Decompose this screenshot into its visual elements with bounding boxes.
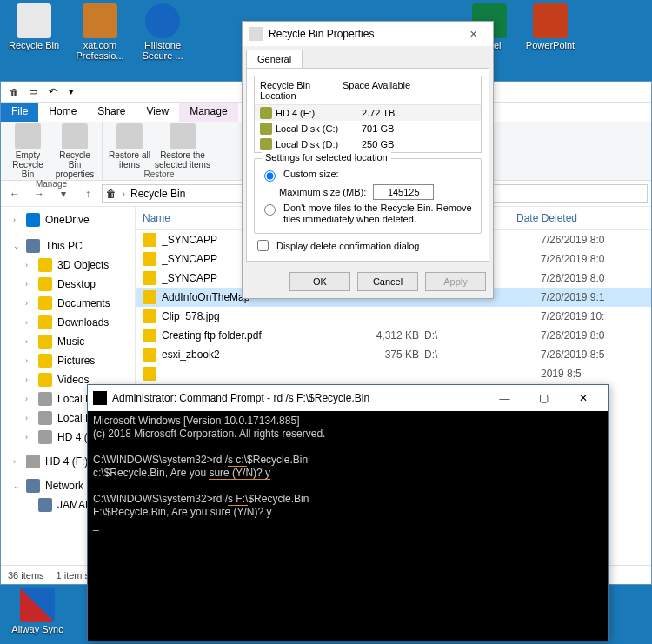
- nav-documents[interactable]: ›Documents: [13, 294, 135, 313]
- settings-legend: Settings for selected location: [262, 152, 391, 163]
- close-button[interactable]: ✕: [563, 392, 602, 405]
- pc-icon: [26, 239, 40, 253]
- cmd-title: Administrator: Command Prompt - rd /s F:…: [112, 392, 485, 404]
- props-icon: [62, 123, 88, 149]
- cmd-titlebar[interactable]: Administrator: Command Prompt - rd /s F:…: [88, 385, 608, 411]
- file-icon: [143, 290, 156, 304]
- file-icon: [143, 252, 156, 266]
- desktop-icon-powerpoint[interactable]: PowerPoint: [520, 3, 581, 50]
- dialog-title: Recycle Bin Properties: [269, 28, 460, 40]
- tab-manage[interactable]: Manage: [179, 103, 237, 122]
- table-row[interactable]: 2019 8:5: [136, 364, 651, 383]
- nav-downloads[interactable]: ›Downloads: [13, 313, 135, 332]
- drive-row[interactable]: Local Disk (C:)701 GB: [255, 121, 481, 136]
- nav-music[interactable]: ›Music: [13, 332, 135, 351]
- app-icon: 🗑: [6, 84, 22, 100]
- history-dropdown[interactable]: ▾: [53, 183, 74, 204]
- file-icon: [143, 367, 156, 381]
- settings-group: Settings for selected location Custom si…: [254, 158, 482, 234]
- drive-icon: [260, 107, 272, 119]
- max-size-input[interactable]: [373, 184, 434, 200]
- status-items: 36 items: [8, 570, 44, 581]
- nav-3dobjects[interactable]: ›3D Objects: [13, 256, 135, 275]
- bin-props-button[interactable]: Recycle Bin properties: [53, 123, 96, 179]
- nav-onedrive[interactable]: ›OneDrive: [1, 210, 135, 229]
- nav-desktop[interactable]: ›Desktop: [13, 275, 135, 294]
- crumb-text: Recycle Bin: [130, 188, 185, 200]
- restore-all-icon: [116, 123, 143, 149]
- apply-button[interactable]: Apply: [425, 272, 486, 291]
- cancel-button[interactable]: Cancel: [357, 272, 418, 291]
- allway-icon: [20, 588, 55, 622]
- tab-share[interactable]: Share: [87, 103, 136, 122]
- minimize-button[interactable]: —: [485, 392, 524, 405]
- dont-move-radio[interactable]: Don't move files to the Recycle Bin. Rem…: [260, 202, 476, 225]
- desktop-icon-allway-sync[interactable]: Allway Sync: [7, 588, 68, 634]
- bin-icon: 🗑: [106, 188, 116, 200]
- file-icon: [143, 329, 156, 342]
- qat-dropdown-icon[interactable]: ▾: [63, 84, 79, 100]
- custom-size-radio[interactable]: Custom size:: [260, 169, 476, 182]
- back-button[interactable]: ←: [4, 183, 25, 204]
- drive-row[interactable]: Local Disk (D:)250 GB: [255, 136, 481, 152]
- bin-icon: [249, 27, 263, 41]
- tab-view[interactable]: View: [136, 103, 179, 122]
- nav-pictures[interactable]: ›Pictures: [13, 351, 135, 370]
- desktop-icon-hillstone[interactable]: Hillstone Secure ...: [132, 3, 193, 61]
- icon-label: Hillstone Secure ...: [142, 40, 183, 61]
- radio-input[interactable]: [264, 204, 276, 216]
- col-location[interactable]: Recycle Bin Location: [255, 76, 337, 104]
- table-row[interactable]: Clip_578.jpg7/26/2019 10:: [136, 307, 651, 326]
- maximize-button[interactable]: ▢: [524, 392, 563, 405]
- col-date[interactable]: Date Deleted: [509, 207, 651, 229]
- tab-general[interactable]: General: [246, 50, 303, 68]
- file-icon: [143, 309, 156, 323]
- tab-file[interactable]: File: [1, 103, 38, 122]
- drive-icon: [38, 430, 52, 444]
- icon-label: PowerPoint: [526, 40, 575, 50]
- radio-input[interactable]: [264, 170, 276, 182]
- up-button[interactable]: ↑: [77, 183, 98, 204]
- table-row[interactable]: Creating ftp folder.pdf4,312 KBD:\7/26/2…: [136, 326, 651, 345]
- forward-button[interactable]: →: [29, 183, 50, 204]
- tab-home[interactable]: Home: [38, 103, 87, 122]
- trash-icon: [15, 123, 41, 149]
- table-row[interactable]: esxi_zbook2375 KBD:\7/26/2019 8:5: [136, 345, 651, 364]
- empty-bin-button[interactable]: Empty Recycle Bin: [6, 123, 50, 179]
- location-table: Recycle Bin LocationSpace Available HD 4…: [254, 76, 482, 153]
- drive-icon: [38, 411, 52, 425]
- cmd-icon: [93, 391, 107, 405]
- restore-selected-button[interactable]: Restore the selected items: [155, 123, 210, 169]
- confirm-checkbox-row[interactable]: Display delete confirmation dialog: [254, 237, 482, 254]
- terminal-body[interactable]: Microsoft Windows [Version 10.0.17134.88…: [88, 411, 608, 535]
- folder-icon: [38, 373, 52, 387]
- dialog-titlebar[interactable]: Recycle Bin Properties ✕: [243, 22, 493, 46]
- pc-icon: [38, 498, 52, 512]
- group-label: Restore: [108, 169, 210, 179]
- folder-icon: [38, 258, 52, 272]
- col-space[interactable]: Space Available: [337, 76, 481, 104]
- qat-undo-icon[interactable]: ↶: [44, 84, 60, 100]
- max-size-label: Maximum size (MB):: [279, 187, 366, 197]
- restore-sel-icon: [170, 123, 196, 149]
- file-icon: [143, 271, 156, 285]
- ok-button[interactable]: OK: [289, 272, 350, 291]
- desktop-icon-xat[interactable]: xat.com Professio...: [70, 3, 130, 61]
- nav-thispc[interactable]: ⌄This PC: [1, 236, 135, 256]
- checkbox-input[interactable]: [257, 240, 269, 251]
- recycle-bin-properties-dialog: Recycle Bin Properties ✕ General Recycle…: [242, 21, 494, 299]
- folder-icon: [38, 296, 52, 310]
- command-prompt-window: Administrator: Command Prompt - rd /s F:…: [87, 384, 609, 641]
- restore-all-button[interactable]: Restore all items: [108, 123, 151, 169]
- network-icon: [26, 479, 40, 493]
- drive-row[interactable]: HD 4 (F:)2.72 TB: [255, 105, 481, 121]
- drive-icon: [260, 138, 272, 150]
- close-button[interactable]: ✕: [460, 29, 486, 40]
- desktop-icon-recycle-bin[interactable]: Recycle Bin: [3, 3, 64, 50]
- file-icon: [143, 348, 156, 362]
- icon-label: Recycle Bin: [9, 40, 59, 50]
- folder-icon: [38, 354, 52, 368]
- folder-icon: [38, 277, 52, 291]
- qat-props-icon[interactable]: ▭: [25, 84, 41, 100]
- folder-icon: [38, 315, 52, 329]
